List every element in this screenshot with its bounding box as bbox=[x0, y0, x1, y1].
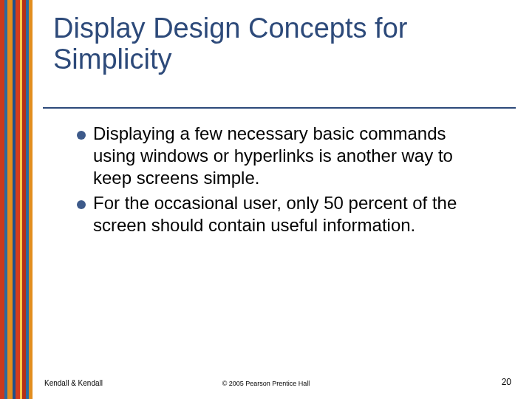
bullet-icon bbox=[77, 200, 86, 209]
footer-page-number: 20 bbox=[502, 377, 511, 387]
title-divider bbox=[43, 107, 516, 109]
bullet-text: For the occasional user, only 50 percent… bbox=[93, 192, 491, 236]
list-item: Displaying a few necessary basic command… bbox=[77, 123, 491, 189]
bullet-text: Displaying a few necessary basic command… bbox=[93, 123, 491, 189]
side-accent-stripes bbox=[0, 0, 33, 399]
bullet-icon bbox=[77, 131, 86, 140]
slide-title: Display Design Concepts for Simplicity bbox=[53, 13, 511, 75]
footer-copyright: © 2005 Pearson Prentice Hall bbox=[0, 380, 532, 387]
bullet-list: Displaying a few necessary basic command… bbox=[77, 123, 491, 239]
list-item: For the occasional user, only 50 percent… bbox=[77, 192, 491, 236]
